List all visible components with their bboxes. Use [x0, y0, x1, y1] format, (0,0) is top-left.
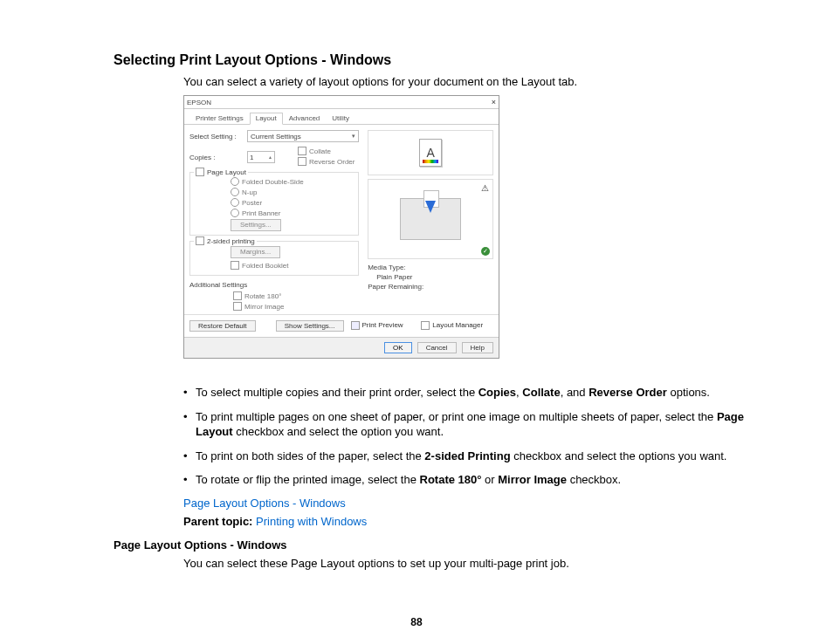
folded-double-side-radio[interactable]: Folded Double-Side: [231, 177, 353, 186]
dialog-title: EPSON: [187, 99, 492, 106]
reverse-order-label: Reverse Order: [309, 158, 355, 166]
folded-booklet-label: Folded Booklet: [242, 262, 288, 270]
rotate-180-checkbox[interactable]: Rotate 180°: [233, 291, 359, 300]
two-sided-legend-label: 2-sided printing: [207, 237, 255, 245]
page-layout-group: Page Layout Folded Double-Side N-up Post…: [189, 172, 359, 236]
dialog-footer: OK Cancel Help: [184, 337, 499, 358]
list-item: To select multiple copies and their prin…: [183, 385, 772, 401]
media-type-label: Media Type:: [368, 264, 405, 271]
ok-button[interactable]: OK: [384, 342, 412, 353]
cancel-button[interactable]: Cancel: [417, 342, 457, 353]
show-settings-button[interactable]: Show Settings...: [276, 320, 344, 332]
media-type-value: Plain Paper: [376, 273, 412, 281]
additional-settings-label: Additional Settings: [189, 281, 359, 289]
help-button[interactable]: Help: [462, 342, 493, 353]
media-info: Media Type: Plain Paper Paper Remaining:: [368, 263, 493, 291]
print-preview-label: Print Preview: [362, 321, 403, 329]
list-item: To print on both sides of the paper, sel…: [183, 449, 772, 464]
tab-printer-settings[interactable]: Printer Settings: [189, 113, 250, 124]
layout-manager-label: Layout Manager: [432, 321, 483, 329]
document-thumb-icon: A: [419, 139, 442, 167]
mirror-image-label: Mirror Image: [244, 303, 284, 311]
layout-manager-checkbox[interactable]: Layout Manager: [421, 321, 483, 330]
page-layout-options-link[interactable]: Page Layout Options - Windows: [183, 497, 346, 510]
two-sided-group: 2-sided printing Margins... Folded Bookl…: [189, 241, 359, 276]
printer-icon: [400, 198, 461, 240]
select-setting-dropdown[interactable]: Current Settings: [247, 130, 359, 142]
printer-preview: ⚠ ✓: [368, 179, 493, 259]
list-item: To rotate or flip the printed image, sel…: [183, 472, 772, 488]
print-banner-radio[interactable]: Print Banner: [231, 209, 353, 217]
subsection-intro: You can select these Page Layout options…: [183, 557, 772, 570]
subsection-title: Page Layout Options - Windows: [114, 538, 772, 552]
ok-check-icon: ✓: [481, 247, 490, 256]
margins-button[interactable]: Margins...: [231, 246, 280, 258]
two-sided-legend-checkbox[interactable]: 2-sided printing: [194, 236, 257, 245]
list-item: To print multiple pages on one sheet of …: [183, 409, 772, 440]
tab-strip: Printer Settings Layout Advanced Utility: [184, 109, 499, 125]
tab-layout[interactable]: Layout: [250, 113, 283, 125]
poster-radio[interactable]: Poster: [231, 198, 353, 207]
collate-checkbox[interactable]: Collate: [298, 147, 355, 155]
nup-label: N-up: [242, 188, 257, 196]
page-layout-legend-label: Page Layout: [207, 168, 246, 176]
arrow-down-icon: [425, 201, 436, 213]
parent-topic-label: Parent topic:: [183, 515, 252, 528]
bottom-bar: Restore Default Show Settings... Print P…: [184, 314, 499, 337]
copies-spinner[interactable]: 1: [247, 151, 275, 163]
parent-topic-link[interactable]: Printing with Windows: [256, 515, 367, 528]
select-setting-label: Select Setting :: [189, 133, 242, 140]
folded-booklet-checkbox[interactable]: Folded Booklet: [231, 261, 353, 270]
page-layout-settings-button[interactable]: Settings...: [231, 219, 281, 231]
tab-utility[interactable]: Utility: [326, 113, 355, 124]
poster-label: Poster: [242, 199, 262, 207]
print-banner-label: Print Banner: [242, 209, 280, 217]
page-title: Selecting Print Layout Options - Windows: [114, 52, 772, 68]
print-preview-checkbox[interactable]: Print Preview: [351, 321, 403, 330]
intro-text: You can select a variety of layout optio…: [183, 75, 772, 88]
close-icon[interactable]: ×: [492, 98, 496, 106]
dialog-screenshot: EPSON × Printer Settings Layout Advanced…: [183, 95, 499, 359]
tab-advanced[interactable]: Advanced: [283, 113, 327, 124]
page-number: 88: [0, 616, 833, 628]
nup-radio[interactable]: N-up: [231, 188, 353, 196]
document-preview: A: [368, 130, 493, 175]
collate-label: Collate: [309, 147, 331, 155]
paper-remaining-label: Paper Remaining:: [368, 283, 423, 291]
warning-icon: ⚠: [481, 183, 489, 193]
instruction-list: To select multiple copies and their prin…: [183, 385, 772, 488]
rotate-180-label: Rotate 180°: [244, 292, 281, 300]
page-layout-legend-checkbox[interactable]: Page Layout: [194, 168, 248, 176]
copies-label: Copies :: [189, 154, 242, 161]
folded-double-side-label: Folded Double-Side: [242, 178, 304, 186]
reverse-order-checkbox[interactable]: Reverse Order: [298, 157, 355, 166]
titlebar: EPSON ×: [184, 96, 499, 109]
restore-default-button[interactable]: Restore Default: [189, 320, 256, 332]
mirror-image-checkbox[interactable]: Mirror Image: [233, 302, 359, 311]
